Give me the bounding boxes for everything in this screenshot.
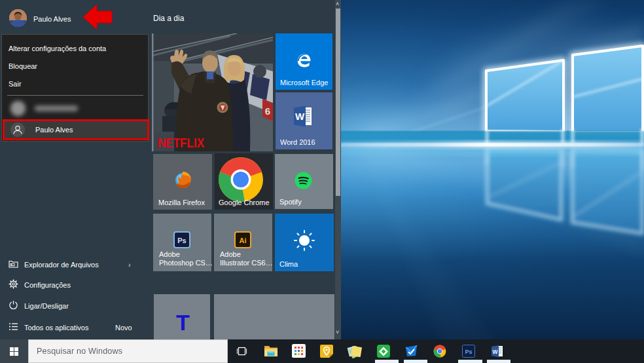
svg-text:NETFLIX: NETFLIX (158, 135, 204, 150)
svg-text:Ai: Ai (240, 237, 247, 244)
svg-text:6: 6 (265, 105, 270, 117)
svg-text:Ps: Ps (177, 237, 186, 244)
svg-text:Ps: Ps (465, 349, 472, 355)
svg-text:W: W (295, 111, 305, 122)
svg-text:W: W (492, 349, 498, 355)
